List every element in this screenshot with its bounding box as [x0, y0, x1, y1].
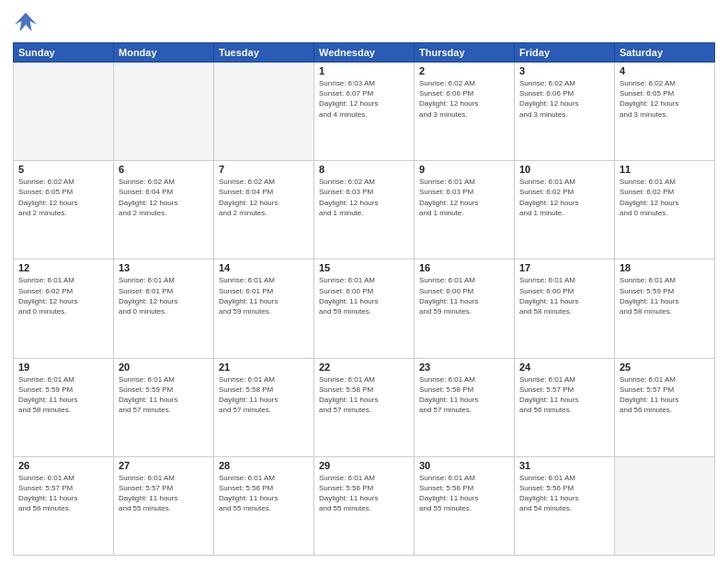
day-number: 4: [620, 65, 710, 76]
day-info: Sunrise: 6:01 AMSunset: 5:56 PMDaylight:…: [519, 473, 609, 514]
calendar-cell: 1Sunrise: 6:03 AMSunset: 6:07 PMDaylight…: [314, 63, 415, 161]
svg-marker-0: [15, 13, 37, 32]
day-number: 17: [519, 262, 609, 273]
calendar-cell: [14, 63, 114, 161]
calendar-cell: 7Sunrise: 6:02 AMSunset: 6:04 PMDaylight…: [214, 161, 314, 259]
day-info: Sunrise: 6:01 AMSunset: 6:02 PMDaylight:…: [18, 275, 108, 316]
week-row-3: 12Sunrise: 6:01 AMSunset: 6:02 PMDayligh…: [14, 259, 715, 358]
calendar-cell: 18Sunrise: 6:01 AMSunset: 5:59 PMDayligh…: [615, 259, 715, 358]
calendar-cell: [615, 456, 715, 555]
calendar-cell: 12Sunrise: 6:01 AMSunset: 6:02 PMDayligh…: [14, 259, 114, 358]
calendar-cell: 15Sunrise: 6:01 AMSunset: 6:00 PMDayligh…: [314, 259, 415, 358]
day-number: 28: [219, 460, 309, 471]
day-number: 9: [419, 164, 509, 175]
day-info: Sunrise: 6:01 AMSunset: 5:56 PMDaylight:…: [219, 473, 309, 514]
week-row-1: 1Sunrise: 6:03 AMSunset: 6:07 PMDaylight…: [14, 63, 715, 161]
weekday-header-saturday: Saturday: [615, 43, 715, 63]
weekday-header-sunday: Sunday: [14, 43, 114, 63]
calendar-cell: 9Sunrise: 6:01 AMSunset: 6:03 PMDaylight…: [415, 161, 515, 259]
day-info: Sunrise: 6:02 AMSunset: 6:03 PMDaylight:…: [319, 177, 409, 218]
day-number: 6: [119, 164, 209, 175]
header: [13, 9, 715, 35]
day-number: 25: [620, 362, 710, 373]
day-number: 8: [319, 164, 409, 175]
day-info: Sunrise: 6:01 AMSunset: 6:01 PMDaylight:…: [119, 275, 209, 316]
weekday-header-thursday: Thursday: [415, 43, 515, 63]
day-number: 5: [18, 164, 108, 175]
day-info: Sunrise: 6:01 AMSunset: 6:00 PMDaylight:…: [519, 275, 609, 316]
calendar-cell: 23Sunrise: 6:01 AMSunset: 5:58 PMDayligh…: [415, 358, 515, 456]
weekday-header-friday: Friday: [515, 43, 615, 63]
calendar-cell: 5Sunrise: 6:02 AMSunset: 6:05 PMDaylight…: [14, 161, 114, 259]
day-number: 27: [119, 460, 209, 471]
logo: [13, 9, 40, 35]
day-number: 18: [620, 262, 710, 273]
calendar-cell: [114, 63, 214, 161]
calendar-cell: 13Sunrise: 6:01 AMSunset: 6:01 PMDayligh…: [114, 259, 214, 358]
day-number: 20: [119, 362, 209, 373]
day-number: 3: [519, 65, 609, 76]
day-number: 11: [620, 164, 710, 175]
day-info: Sunrise: 6:01 AMSunset: 6:00 PMDaylight:…: [419, 275, 509, 316]
calendar-cell: 22Sunrise: 6:01 AMSunset: 5:58 PMDayligh…: [314, 358, 415, 456]
day-info: Sunrise: 6:01 AMSunset: 5:58 PMDaylight:…: [319, 374, 409, 416]
calendar-cell: 17Sunrise: 6:01 AMSunset: 6:00 PMDayligh…: [515, 259, 615, 358]
calendar-cell: 8Sunrise: 6:02 AMSunset: 6:03 PMDaylight…: [314, 161, 415, 259]
day-number: 15: [319, 262, 409, 273]
day-number: 29: [319, 460, 409, 471]
day-info: Sunrise: 6:01 AMSunset: 5:57 PMDaylight:…: [18, 473, 108, 514]
day-info: Sunrise: 6:02 AMSunset: 6:04 PMDaylight:…: [119, 177, 209, 218]
calendar-cell: 24Sunrise: 6:01 AMSunset: 5:57 PMDayligh…: [515, 358, 615, 456]
weekday-header-monday: Monday: [114, 43, 214, 63]
week-row-4: 19Sunrise: 6:01 AMSunset: 5:59 PMDayligh…: [14, 358, 715, 456]
calendar-cell: 30Sunrise: 6:01 AMSunset: 5:56 PMDayligh…: [415, 456, 515, 555]
day-info: Sunrise: 6:01 AMSunset: 5:56 PMDaylight:…: [419, 473, 509, 514]
day-info: Sunrise: 6:01 AMSunset: 5:59 PMDaylight:…: [119, 374, 209, 416]
calendar-cell: 27Sunrise: 6:01 AMSunset: 5:57 PMDayligh…: [114, 456, 214, 555]
day-number: 13: [119, 262, 209, 273]
calendar-cell: 11Sunrise: 6:01 AMSunset: 6:02 PMDayligh…: [615, 161, 715, 259]
day-info: Sunrise: 6:02 AMSunset: 6:06 PMDaylight:…: [419, 78, 509, 120]
day-number: 1: [319, 65, 409, 76]
day-info: Sunrise: 6:01 AMSunset: 5:56 PMDaylight:…: [319, 473, 409, 514]
calendar-cell: 20Sunrise: 6:01 AMSunset: 5:59 PMDayligh…: [114, 358, 214, 456]
day-number: 21: [219, 362, 309, 373]
day-number: 16: [419, 262, 509, 273]
day-number: 12: [18, 262, 108, 273]
calendar-cell: 26Sunrise: 6:01 AMSunset: 5:57 PMDayligh…: [14, 456, 114, 555]
day-number: 30: [419, 460, 509, 471]
calendar-cell: 16Sunrise: 6:01 AMSunset: 6:00 PMDayligh…: [415, 259, 515, 358]
calendar-cell: 25Sunrise: 6:01 AMSunset: 5:57 PMDayligh…: [615, 358, 715, 456]
day-number: 31: [519, 460, 609, 471]
day-number: 2: [419, 65, 509, 76]
logo-bird-icon: [13, 9, 39, 35]
day-info: Sunrise: 6:01 AMSunset: 5:59 PMDaylight:…: [18, 374, 108, 416]
calendar-cell: 29Sunrise: 6:01 AMSunset: 5:56 PMDayligh…: [314, 456, 415, 555]
day-number: 19: [18, 362, 108, 373]
calendar-cell: 2Sunrise: 6:02 AMSunset: 6:06 PMDaylight…: [415, 63, 515, 161]
calendar-cell: 21Sunrise: 6:01 AMSunset: 5:58 PMDayligh…: [214, 358, 314, 456]
day-info: Sunrise: 6:01 AMSunset: 5:58 PMDaylight:…: [419, 374, 509, 416]
calendar-table: SundayMondayTuesdayWednesdayThursdayFrid…: [13, 42, 715, 556]
day-info: Sunrise: 6:01 AMSunset: 6:01 PMDaylight:…: [219, 275, 309, 316]
calendar-cell: [214, 63, 314, 161]
calendar-cell: 10Sunrise: 6:01 AMSunset: 6:02 PMDayligh…: [515, 161, 615, 259]
day-info: Sunrise: 6:02 AMSunset: 6:05 PMDaylight:…: [620, 78, 710, 120]
day-number: 14: [219, 262, 309, 273]
calendar-cell: 4Sunrise: 6:02 AMSunset: 6:05 PMDaylight…: [615, 63, 715, 161]
weekday-header-tuesday: Tuesday: [214, 43, 314, 63]
day-info: Sunrise: 6:01 AMSunset: 6:02 PMDaylight:…: [519, 177, 609, 218]
day-info: Sunrise: 6:01 AMSunset: 6:02 PMDaylight:…: [620, 177, 710, 218]
weekday-header-row: SundayMondayTuesdayWednesdayThursdayFrid…: [14, 43, 715, 63]
day-info: Sunrise: 6:01 AMSunset: 5:58 PMDaylight:…: [219, 374, 309, 416]
day-info: Sunrise: 6:02 AMSunset: 6:06 PMDaylight:…: [519, 78, 609, 120]
page: SundayMondayTuesdayWednesdayThursdayFrid…: [0, 0, 728, 563]
day-number: 24: [519, 362, 609, 373]
weekday-header-wednesday: Wednesday: [314, 43, 415, 63]
calendar-cell: 19Sunrise: 6:01 AMSunset: 5:59 PMDayligh…: [14, 358, 114, 456]
day-info: Sunrise: 6:01 AMSunset: 6:00 PMDaylight:…: [319, 275, 409, 316]
day-number: 10: [519, 164, 609, 175]
day-number: 22: [319, 362, 409, 373]
calendar-cell: 14Sunrise: 6:01 AMSunset: 6:01 PMDayligh…: [214, 259, 314, 358]
day-number: 23: [419, 362, 509, 373]
